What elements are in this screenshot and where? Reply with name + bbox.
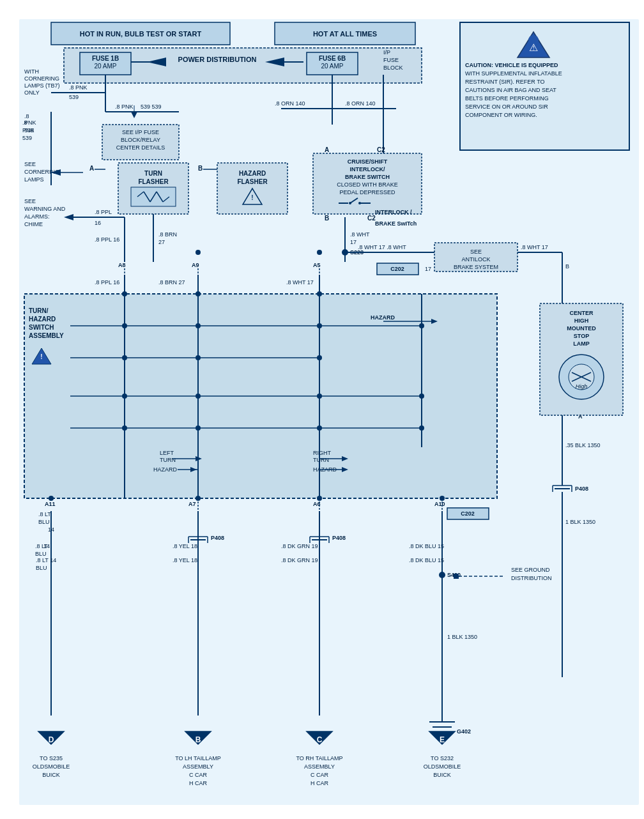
svg-rect-216 xyxy=(454,574,459,579)
svg-point-292 xyxy=(122,291,127,296)
svg-text:P408: P408 xyxy=(332,535,346,541)
svg-text:CLOSED WITH BRAKE: CLOSED WITH BRAKE xyxy=(337,181,398,188)
svg-text:TO S232: TO S232 xyxy=(431,755,454,762)
svg-text:.8: .8 xyxy=(22,119,27,126)
svg-text:TO LH TAILLAMP: TO LH TAILLAMP xyxy=(175,755,221,762)
svg-text:.8 WHT   17: .8 WHT 17 xyxy=(286,279,314,286)
svg-text:PNK: PNK xyxy=(22,127,34,134)
svg-text:.8: .8 xyxy=(24,113,29,119)
svg-text:B: B xyxy=(198,165,203,172)
svg-text:I/P: I/P xyxy=(383,49,390,56)
wiring-diagram: HOT IN RUN, BULB TEST OR START HOT AT AL… xyxy=(0,0,644,819)
svg-text:CORNERING: CORNERING xyxy=(24,75,59,82)
svg-text:BRAKE SYSTEM: BRAKE SYSTEM xyxy=(454,264,498,270)
svg-text:BRAKE SWITCH: BRAKE SWITCH xyxy=(345,174,390,180)
svg-text:PEDAL DEPRESSED: PEDAL DEPRESSED xyxy=(339,189,395,195)
svg-text:CAUTIONS IN AIR BAG AND SEAT: CAUTIONS IN AIR BAG AND SEAT xyxy=(465,87,556,93)
svg-text:B: B xyxy=(325,215,329,222)
svg-text:.8 PPL: .8 PPL xyxy=(95,209,112,215)
svg-text:COMPONENT OR WIRING.: COMPONENT OR WIRING. xyxy=(465,112,537,118)
svg-text:.8 DK BLU  15: .8 DK BLU 15 xyxy=(409,557,444,563)
svg-text:17: 17 xyxy=(425,266,431,272)
svg-text:DISTRIBUTION: DISTRIBUTION xyxy=(511,575,552,581)
svg-text:WITH: WITH xyxy=(24,68,39,75)
svg-text:BLOCK/RELAY: BLOCK/RELAY xyxy=(121,137,160,143)
svg-text:E: E xyxy=(440,735,445,744)
svg-text:FLASHER: FLASHER xyxy=(138,178,169,185)
svg-text:POWER DISTRIBUTION: POWER DISTRIBUTION xyxy=(178,56,257,63)
svg-text:TO S235: TO S235 xyxy=(40,755,63,762)
svg-point-296 xyxy=(440,496,445,501)
hot-in-run-label: HOT IN RUN, BULB TEST OR START xyxy=(80,30,202,38)
svg-text:LAMP: LAMP xyxy=(573,341,590,347)
svg-text:.8 YEL   18: .8 YEL 18 xyxy=(172,543,197,549)
svg-text:TURN/: TURN/ xyxy=(29,307,49,314)
svg-text:OLDSMOBILE: OLDSMOBILE xyxy=(424,763,461,770)
svg-text:FUSE: FUSE xyxy=(383,57,399,63)
svg-text:.8 LT   14: .8 LT 14 xyxy=(36,557,56,563)
svg-text:RIGHT: RIGHT xyxy=(313,450,332,456)
svg-point-289 xyxy=(317,250,322,255)
svg-text:BUICK: BUICK xyxy=(42,772,60,778)
brake-switch-label: BRAKE SwITch xyxy=(375,220,417,227)
svg-text:HAZARD: HAZARD xyxy=(29,316,56,323)
svg-text:.8 WHT: .8 WHT xyxy=(350,231,370,238)
svg-text:FLASHER: FLASHER xyxy=(237,178,268,185)
svg-text:17: 17 xyxy=(350,239,356,245)
svg-point-291 xyxy=(317,291,322,296)
svg-text:SEE I/P FUSE: SEE I/P FUSE xyxy=(122,129,159,135)
svg-text:539: 539 xyxy=(69,94,79,100)
svg-text:TURN: TURN xyxy=(313,457,329,463)
svg-text:HAZARD: HAZARD xyxy=(239,170,266,177)
svg-text:BLU: BLU xyxy=(38,519,50,525)
svg-text:P408: P408 xyxy=(211,535,224,541)
svg-text:OLDSMOBILE: OLDSMOBILE xyxy=(33,763,70,770)
svg-text:FUSE 1B: FUSE 1B xyxy=(92,55,119,62)
svg-text:HAZARD: HAZARD xyxy=(153,466,178,473)
svg-text:ONLY: ONLY xyxy=(24,89,40,96)
svg-text:FUSE 6B: FUSE 6B xyxy=(319,55,346,62)
svg-text:.8 PNK: .8 PNK xyxy=(69,84,88,91)
svg-text:C CAR: C CAR xyxy=(310,772,329,778)
svg-text:A8: A8 xyxy=(118,262,126,268)
svg-text:C2: C2 xyxy=(377,146,385,153)
svg-text:ASSEMBLY: ASSEMBLY xyxy=(183,763,213,770)
svg-text:A7: A7 xyxy=(188,501,196,507)
svg-text:A11: A11 xyxy=(45,501,56,507)
svg-text:HAZARD: HAZARD xyxy=(371,314,395,321)
svg-text:SEE: SEE xyxy=(24,161,36,167)
hot-at-all-times-label: HOT AT ALL TIMES xyxy=(313,30,377,38)
svg-text:.8 PPL   16: .8 PPL 16 xyxy=(95,279,119,286)
svg-text:.8 LT: .8 LT xyxy=(38,511,51,517)
svg-text:WARNING AND: WARNING AND xyxy=(24,206,66,212)
svg-point-290 xyxy=(195,291,201,296)
svg-text:.8 PNK: .8 PNK xyxy=(115,103,134,110)
svg-text:A: A xyxy=(89,165,94,172)
svg-point-293 xyxy=(195,496,201,501)
svg-text:ALARMS:: ALARMS: xyxy=(24,213,50,220)
svg-text:H CAR: H CAR xyxy=(310,780,329,786)
svg-text:A10: A10 xyxy=(434,501,445,507)
svg-text:B: B xyxy=(195,735,201,744)
svg-text:B: B xyxy=(565,263,569,270)
svg-text:20 AMP: 20 AMP xyxy=(94,63,116,70)
high-label: High xyxy=(576,383,588,390)
svg-text:C: C xyxy=(317,735,323,744)
svg-text:.8 ORN     140: .8 ORN 140 xyxy=(275,100,305,107)
svg-text:P408: P408 xyxy=(575,486,588,492)
svg-text:14: 14 xyxy=(43,543,50,549)
svg-text:.8 BRN   27: .8 BRN 27 xyxy=(158,279,185,286)
svg-text:MOUNTED: MOUNTED xyxy=(567,325,596,332)
svg-text:.8 WHT   17: .8 WHT 17 xyxy=(521,244,548,250)
svg-text:27: 27 xyxy=(158,239,165,245)
svg-text:.8 DK GRN   19: .8 DK GRN 19 xyxy=(281,557,318,563)
svg-text:.8 PPL  16: .8 PPL 16 xyxy=(95,236,119,243)
svg-text:BLU: BLU xyxy=(36,565,47,571)
svg-text:.8 DK GRN   19: .8 DK GRN 19 xyxy=(281,543,318,549)
svg-text:BLU: BLU xyxy=(35,551,47,557)
svg-text:CRUISE/SHIFT: CRUISE/SHIFT xyxy=(348,158,388,165)
svg-point-214 xyxy=(439,572,445,578)
svg-text:ASSEMBLY: ASSEMBLY xyxy=(304,763,335,770)
svg-text:A: A xyxy=(325,146,329,153)
svg-text:BELTS BEFORE PERFORMING: BELTS BEFORE PERFORMING xyxy=(465,95,549,102)
